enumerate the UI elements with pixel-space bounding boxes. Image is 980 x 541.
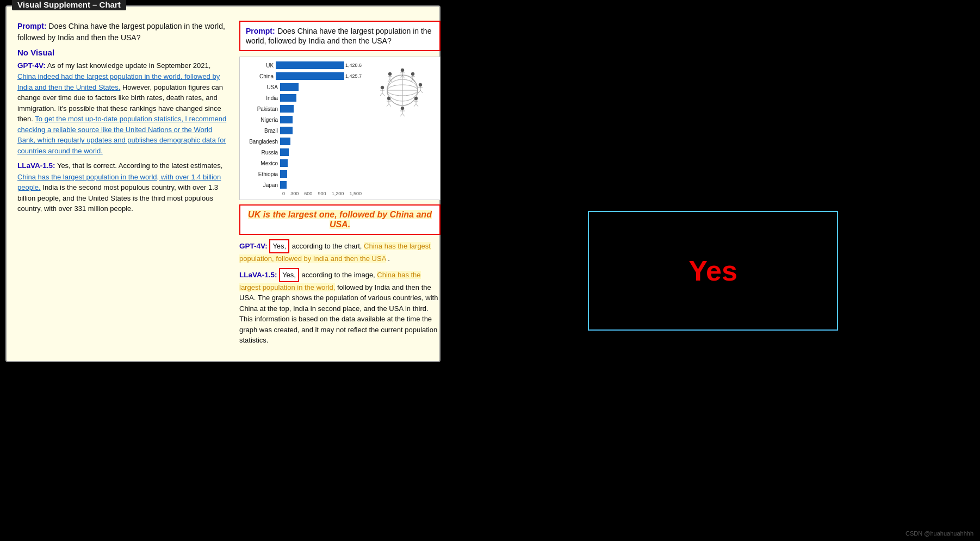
gpt4v-link-2: To get the most up-to-date population st… bbox=[17, 115, 226, 155]
bar-row-russia: Russia bbox=[242, 147, 362, 157]
watermark: CSDN @huahuahuahhhh bbox=[905, 530, 973, 537]
svg-point-35 bbox=[381, 86, 384, 89]
gpt4v-section: GPT-4V: As of my last knowledge update i… bbox=[17, 60, 230, 156]
card-title: Visual Supplement – Chart bbox=[12, 0, 126, 10]
video-box: Yes bbox=[588, 211, 838, 331]
right-gpt4v-section: GPT-4V: Yes, according to the chart, Chi… bbox=[239, 239, 441, 264]
bar-row-nigeria: Nigeria bbox=[242, 115, 362, 125]
no-visual-heading: No Visual bbox=[17, 48, 230, 57]
left-prompt-label: Prompt: bbox=[17, 22, 47, 30]
right-llava-section: LLaVA-1.5: Yes, according to the image, … bbox=[239, 268, 441, 346]
left-panel: Visual Supplement – Chart Prompt: Does C… bbox=[0, 0, 446, 541]
bar-row-pakistan: Pakistan bbox=[242, 104, 362, 114]
gpt4v-text-1: As of my last knowledge update in Septem… bbox=[47, 61, 211, 70]
chart-area: UK 1,428.6 China 1,425.7 USA bbox=[239, 57, 441, 200]
svg-line-33 bbox=[387, 104, 389, 107]
bar-row-bangladesh: Bangladesh bbox=[242, 136, 362, 146]
llava-text-1: Yes, that is correct. According to the l… bbox=[57, 161, 222, 170]
chart-xaxis: 0 300 600 900 1,200 1,500 bbox=[242, 191, 362, 196]
right-gpt4v-text-1: according to the chart, bbox=[292, 242, 362, 250]
svg-line-39 bbox=[382, 93, 384, 96]
chart-caption-box: UK is the largest one, followed by China… bbox=[239, 204, 441, 235]
svg-line-9 bbox=[402, 76, 405, 78]
bar-row-usa: USA bbox=[242, 82, 362, 92]
right-llava-label: LLaVA-1.5: bbox=[239, 271, 277, 279]
svg-line-18 bbox=[418, 90, 420, 93]
chart-container: UK 1,428.6 China 1,425.7 USA bbox=[242, 60, 438, 196]
gpt4v-label: GPT-4V: bbox=[17, 61, 46, 70]
right-gpt4v-label: GPT-4V: bbox=[239, 242, 268, 250]
left-prompt-text: Does China have the largest population i… bbox=[17, 22, 225, 42]
bar-row-ethiopia: Ethiopia bbox=[242, 169, 362, 179]
svg-line-19 bbox=[420, 90, 423, 93]
svg-line-34 bbox=[389, 104, 391, 107]
bar-row-india: India bbox=[242, 93, 362, 103]
bar-chart: UK 1,428.6 China 1,425.7 USA bbox=[242, 60, 362, 196]
svg-line-8 bbox=[400, 76, 402, 78]
svg-point-15 bbox=[419, 83, 422, 86]
bar-row-japan: Japan bbox=[242, 180, 362, 190]
llava-section: LLaVA-1.5: Yes, that is correct. Accordi… bbox=[17, 160, 230, 214]
svg-point-25 bbox=[401, 107, 404, 110]
right-gpt4v-text-2: . bbox=[388, 254, 390, 263]
svg-point-20 bbox=[414, 97, 418, 100]
right-llava-text-1: according to the image, bbox=[302, 271, 375, 279]
svg-point-40 bbox=[388, 72, 392, 76]
right-llava-yes: Yes, bbox=[279, 268, 299, 282]
svg-point-30 bbox=[387, 97, 390, 100]
svg-line-23 bbox=[414, 104, 416, 107]
right-panel: Yes CSDN @huahuahuahhhh bbox=[446, 0, 980, 541]
llava-label: LLaVA-1.5: bbox=[17, 161, 55, 170]
chart-caption: UK is the largest one, followed by China… bbox=[248, 210, 432, 229]
yes-text: Yes bbox=[689, 254, 737, 287]
svg-point-5 bbox=[401, 69, 404, 72]
bar-row-mexico: Mexico bbox=[242, 158, 362, 168]
main-card: Visual Supplement – Chart Prompt: Does C… bbox=[5, 5, 441, 362]
bar-row-uk: UK 1,428.6 bbox=[242, 60, 362, 70]
right-gpt4v-yes: Yes, bbox=[269, 239, 289, 253]
right-column: Prompt: Does China have the largest popu… bbox=[239, 21, 441, 350]
right-prompt-box: Prompt: Does China have the largest popu… bbox=[239, 21, 441, 51]
svg-line-24 bbox=[416, 104, 418, 107]
bar-row-china: China 1,425.7 bbox=[242, 71, 362, 81]
right-llava-text-2: followed by India and then the USA. The … bbox=[239, 283, 438, 345]
bar-row-brazil: Brazil bbox=[242, 126, 362, 135]
svg-line-29 bbox=[402, 114, 405, 116]
svg-point-10 bbox=[411, 72, 414, 76]
svg-line-28 bbox=[400, 114, 402, 116]
llava-text-2: India is the second most populous countr… bbox=[17, 183, 218, 213]
left-prompt: Prompt: Does China have the largest popu… bbox=[17, 21, 230, 43]
svg-line-38 bbox=[380, 93, 382, 96]
two-col-layout: Prompt: Does China have the largest popu… bbox=[17, 21, 429, 350]
globe-icon bbox=[367, 60, 438, 120]
right-prompt-label: Prompt: bbox=[246, 27, 275, 35]
left-column: Prompt: Does China have the largest popu… bbox=[17, 21, 230, 350]
